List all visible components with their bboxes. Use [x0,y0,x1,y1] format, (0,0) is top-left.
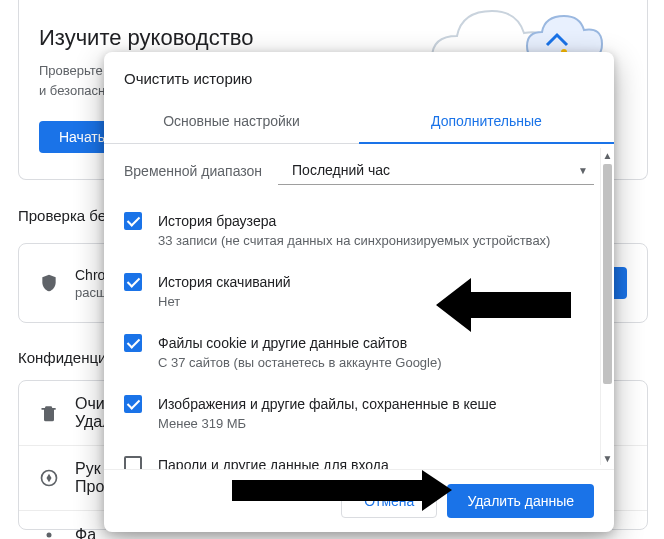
time-range-row: Временной диапазон Последний час ▼ [124,156,594,185]
section-title-security: Проверка бе [18,207,106,224]
item-browsing-history: История браузера 33 записи (не считая да… [124,203,594,264]
cancel-button[interactable]: Отмена [341,484,437,518]
item-sub: Нет [158,293,594,311]
checkbox-cache[interactable] [124,395,142,413]
item-title: История браузера [158,211,594,231]
item-title: Пароли и другие данные для входа [158,455,594,469]
item-passwords: Пароли и другие данные для входа Нет [124,447,594,469]
item-download-history: История скачиваний Нет [124,264,594,325]
item-title: Изображения и другие файлы, сохраненные … [158,394,594,414]
tab-advanced[interactable]: Дополнительные [359,101,614,143]
checkbox-download-history[interactable] [124,273,142,291]
scrollbar[interactable]: ▲ ▼ [600,148,613,465]
time-range-value: Последний час [292,162,390,178]
item-cookies: Файлы cookie и другие данные сайтов С 37… [124,325,594,386]
clear-history-dialog: Очистить историю Основные настройки Допо… [104,52,614,532]
time-range-label: Временной диапазон [124,163,262,179]
scroll-up-icon[interactable]: ▲ [601,148,614,162]
dialog-footer: Отмена Удалить данные [104,469,614,532]
svg-point-2 [47,533,52,538]
item-title: Файлы cookie и другие данные сайтов [158,333,594,353]
gear-icon [39,525,59,539]
clear-data-button[interactable]: Удалить данные [447,484,594,518]
checkbox-browsing-history[interactable] [124,212,142,230]
trash-icon [39,403,59,423]
tabs: Основные настройки Дополнительные [104,101,614,144]
item-cache: Изображения и другие файлы, сохраненные … [124,386,594,447]
item-sub: С 37 сайтов (вы останетесь в аккаунте Go… [158,354,594,372]
shield-icon [39,273,59,293]
checkbox-cookies[interactable] [124,334,142,352]
item-title: История скачиваний [158,272,594,292]
dialog-body: Временной диапазон Последний час ▼ Истор… [104,144,614,469]
item-sub: Менее 319 МБ [158,415,594,433]
scroll-down-icon[interactable]: ▼ [601,451,614,465]
checkbox-passwords[interactable] [124,456,142,469]
chevron-down-icon: ▼ [578,165,588,176]
dialog-title: Очистить историю [104,52,614,101]
scroll-thumb[interactable] [603,164,612,384]
section-title-privacy: Конфиденци [18,349,106,366]
compass-icon [39,468,59,488]
item-sub: 33 записи (не считая данных на синхрониз… [158,232,594,250]
tab-basic[interactable]: Основные настройки [104,101,359,143]
time-range-select[interactable]: Последний час ▼ [278,156,594,185]
